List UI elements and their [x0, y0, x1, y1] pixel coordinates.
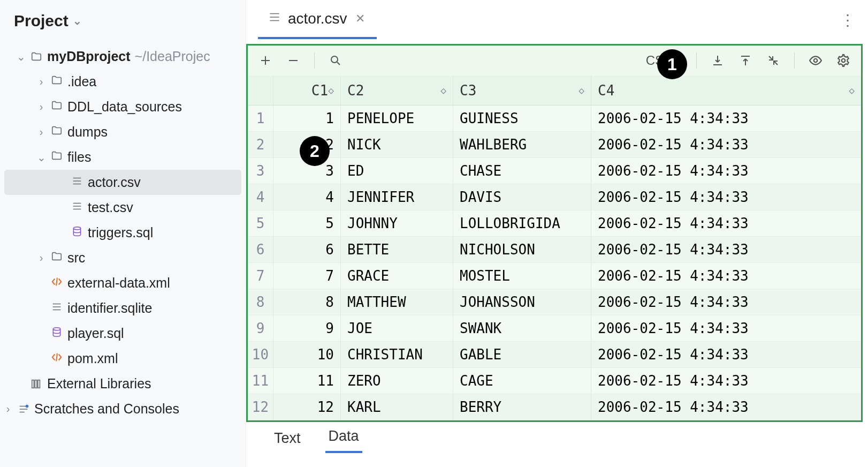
cell-c1[interactable]: 10	[273, 342, 341, 367]
cell-c4[interactable]: 2006-02-15 4:34:33	[591, 106, 861, 131]
cell-c4[interactable]: 2006-02-15 4:34:33	[591, 342, 861, 367]
tree-root[interactable]: ⌄ myDBproject ~/IdeaProjec	[0, 44, 246, 69]
chevron-right-icon[interactable]: ›	[33, 101, 49, 113]
cell-c1[interactable]: 8	[273, 289, 341, 315]
tree-item[interactable]: ›.idea	[0, 69, 246, 94]
tree-item[interactable]: ›test.csv	[0, 195, 246, 220]
cell-c1[interactable]: 12	[273, 394, 341, 420]
export-button[interactable]	[736, 51, 755, 70]
cell-c4[interactable]: 2006-02-15 4:34:33	[591, 237, 861, 262]
cell-c2[interactable]: PENELOPE	[341, 106, 453, 131]
row-gutter[interactable]: 10	[248, 342, 273, 367]
table-row[interactable]: 33EDCHASE2006-02-15 4:34:33	[248, 158, 861, 184]
add-row-button[interactable]	[256, 51, 275, 70]
table-row[interactable]: 99JOESWANK2006-02-15 4:34:33	[248, 315, 861, 342]
cell-c4[interactable]: 2006-02-15 4:34:33	[591, 289, 861, 315]
cell-c3[interactable]: DAVIS	[453, 184, 591, 210]
column-header-c3[interactable]: C3◇	[453, 76, 591, 105]
row-gutter[interactable]: 3	[248, 158, 273, 184]
cell-c3[interactable]: CHASE	[453, 158, 591, 184]
table-row[interactable]: 1111ZEROCAGE2006-02-15 4:34:33	[248, 368, 861, 394]
table-row[interactable]: 1010CHRISTIANGABLE2006-02-15 4:34:33	[248, 342, 861, 368]
chevron-right-icon[interactable]: ›	[33, 126, 49, 138]
cell-c1[interactable]: 4	[273, 184, 341, 210]
cell-c3[interactable]: JOHANSSON	[453, 289, 591, 315]
cell-c4[interactable]: 2006-02-15 4:34:33	[591, 158, 861, 184]
cell-c3[interactable]: BERRY	[453, 394, 591, 420]
cell-c4[interactable]: 2006-02-15 4:34:33	[591, 394, 861, 420]
cell-c4[interactable]: 2006-02-15 4:34:33	[591, 184, 861, 210]
row-gutter[interactable]: 12	[248, 394, 273, 420]
table-row[interactable]: 22NICKWAHLBERG2006-02-15 4:34:33	[248, 132, 861, 158]
row-gutter[interactable]: 4	[248, 184, 273, 210]
tree-item[interactable]: ›actor.csv	[4, 170, 241, 195]
cell-c1[interactable]: 11	[273, 368, 341, 394]
cell-c3[interactable]: MOSTEL	[453, 263, 591, 289]
tree-external-libraries[interactable]: › External Libraries	[0, 371, 246, 396]
chevron-right-icon[interactable]: ›	[33, 252, 49, 264]
table-row[interactable]: 44JENNIFERDAVIS2006-02-15 4:34:33	[248, 184, 861, 210]
row-gutter[interactable]: 11	[248, 368, 273, 394]
view-tab-data[interactable]: Data	[325, 423, 362, 453]
cell-c4[interactable]: 2006-02-15 4:34:33	[591, 368, 861, 394]
table-row[interactable]: 88MATTHEWJOHANSSON2006-02-15 4:34:33	[248, 289, 861, 315]
cell-c3[interactable]: LOLLOBRIGIDA	[453, 210, 591, 236]
import-button[interactable]	[709, 51, 727, 70]
cell-c1[interactable]: 7	[273, 263, 341, 289]
collapse-button[interactable]	[764, 51, 782, 70]
cell-c3[interactable]: WAHLBERG	[453, 132, 591, 157]
tree-scratches[interactable]: › Scratches and Consoles	[0, 396, 246, 421]
tree-item[interactable]: ⌄files	[0, 145, 246, 170]
table-row[interactable]: 11PENELOPEGUINESS2006-02-15 4:34:33	[248, 106, 861, 132]
column-header-c4[interactable]: C4◇	[591, 76, 861, 105]
table-row[interactable]: 66BETTENICHOLSON2006-02-15 4:34:33	[248, 237, 861, 263]
cell-c2[interactable]: JOHNNY	[341, 210, 453, 236]
cell-c4[interactable]: 2006-02-15 4:34:33	[591, 210, 861, 236]
table-row[interactable]: 77GRACEMOSTEL2006-02-15 4:34:33	[248, 263, 861, 289]
cell-c1[interactable]: 5	[273, 210, 341, 236]
view-options-button[interactable]	[806, 51, 825, 70]
chevron-down-icon[interactable]: ⌄	[33, 151, 49, 164]
cell-c2[interactable]: GRACE	[341, 263, 453, 289]
cell-c1[interactable]: 6	[273, 237, 341, 262]
project-header[interactable]: Project ⌄	[0, 0, 246, 40]
tree-item[interactable]: ›identifier.sqlite	[0, 296, 246, 321]
remove-row-button[interactable]	[284, 51, 302, 70]
table-row[interactable]: 1212KARLBERRY2006-02-15 4:34:33	[248, 394, 861, 420]
grid-corner[interactable]	[248, 76, 273, 105]
cell-c4[interactable]: 2006-02-15 4:34:33	[591, 315, 861, 341]
row-gutter[interactable]: 6	[248, 237, 273, 262]
editor-tab-actor-csv[interactable]: actor.csv ✕	[258, 1, 377, 39]
search-button[interactable]	[326, 51, 345, 70]
cell-c4[interactable]: 2006-02-15 4:34:33	[591, 263, 861, 289]
chevron-down-icon[interactable]: ⌄	[13, 50, 29, 63]
column-header-c1[interactable]: C1◇	[273, 76, 341, 105]
cell-c2[interactable]: MATTHEW	[341, 289, 453, 315]
row-gutter[interactable]: 7	[248, 263, 273, 289]
cell-c3[interactable]: NICHOLSON	[453, 237, 591, 262]
chevron-right-icon[interactable]: ›	[33, 76, 49, 88]
cell-c2[interactable]: ZERO	[341, 368, 453, 394]
tab-bar-menu[interactable]: ⋮	[840, 11, 856, 29]
tree-item[interactable]: ›DDL_data_sources	[0, 94, 246, 119]
cell-c4[interactable]: 2006-02-15 4:34:33	[591, 132, 861, 157]
table-row[interactable]: 55JOHNNYLOLLOBRIGIDA2006-02-15 4:34:33	[248, 210, 861, 237]
view-tab-text[interactable]: Text	[271, 425, 304, 453]
tree-item[interactable]: ›pom.xml	[0, 346, 246, 371]
cell-c3[interactable]: GABLE	[453, 342, 591, 367]
cell-c3[interactable]: GUINESS	[453, 106, 591, 131]
cell-c2[interactable]: JOE	[341, 315, 453, 341]
cell-c3[interactable]: CAGE	[453, 368, 591, 394]
close-tab-icon[interactable]: ✕	[353, 12, 367, 26]
tree-item[interactable]: ›triggers.sql	[0, 220, 246, 245]
cell-c2[interactable]: NICK	[341, 132, 453, 157]
tree-item[interactable]: ›src	[0, 245, 246, 270]
cell-c1[interactable]: 9	[273, 315, 341, 341]
cell-c2[interactable]: KARL	[341, 394, 453, 420]
row-gutter[interactable]: 1	[248, 106, 273, 131]
row-gutter[interactable]: 9	[248, 315, 273, 341]
row-gutter[interactable]: 8	[248, 289, 273, 315]
row-gutter[interactable]: 2	[248, 132, 273, 157]
cell-c3[interactable]: SWANK	[453, 315, 591, 341]
cell-c2[interactable]: JENNIFER	[341, 184, 453, 210]
